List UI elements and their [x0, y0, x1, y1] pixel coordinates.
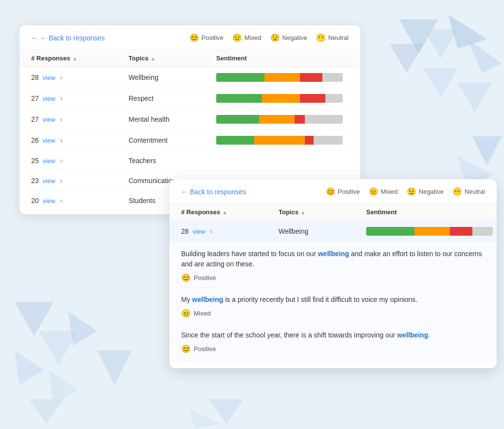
front-back-to-responses-link[interactable]: ← Back to responses: [181, 188, 246, 196]
back-card-header: ← ← Back to responses 😊 Positive 😐 Mixed…: [19, 25, 360, 49]
topics-sort-icon: ▲: [150, 56, 156, 61]
response1-sentiment-emoji: 😊: [181, 273, 191, 282]
positive-bar: [216, 136, 254, 145]
svg-marker-11: [68, 312, 97, 346]
chevron-icon: ∨: [59, 198, 63, 204]
front-view-link[interactable]: view: [193, 228, 205, 235]
back-arrow-icon: ←: [31, 34, 38, 42]
response-count: 20: [31, 197, 39, 205]
negative-bar: [300, 73, 323, 82]
response-item: Building leaders have started to focus o…: [181, 242, 485, 288]
view-link[interactable]: view: [43, 74, 56, 81]
response-item: Since the start of the school year, ther…: [181, 323, 485, 358]
sentiment-header-text: Sentiment: [216, 55, 247, 62]
mixed-bar: [264, 73, 300, 82]
positive-emoji: 😊: [189, 33, 199, 42]
sentiment-label-2: 😐 Mixed: [181, 309, 485, 318]
svg-marker-1: [424, 29, 458, 58]
table-row: 25 view ∨ Teachers: [19, 151, 360, 171]
front-back-arrow-icon: ←: [181, 188, 188, 196]
front-responses-column-header[interactable]: # Responses ▲: [181, 208, 279, 216]
back-link-text: ← Back to responses: [40, 34, 105, 42]
front-positive-bar: [366, 227, 414, 236]
sentiment-cell: [216, 94, 349, 103]
front-expanded-table-row: 28 view ∨ Wellbeing: [169, 221, 497, 242]
front-legend-negative: 😟 Negative: [407, 187, 444, 196]
response-cell: 27 view ∨: [31, 94, 129, 102]
responses-header-text: # Responses: [31, 55, 70, 62]
response-count: 27: [31, 94, 39, 102]
response-cell: 23 view ∨: [31, 177, 129, 185]
front-topics-sort-icon: ▲: [300, 209, 306, 215]
topic-cell: Respect: [129, 94, 216, 102]
svg-marker-12: [15, 351, 44, 385]
response-count: 28: [31, 74, 39, 81]
negative-bar: [295, 115, 305, 124]
svg-marker-10: [39, 331, 78, 365]
back-to-responses-link[interactable]: ← ← Back to responses: [31, 34, 105, 42]
view-link[interactable]: view: [43, 157, 56, 165]
front-sentiment-bar: [366, 227, 493, 236]
front-positive-emoji: 😊: [326, 187, 336, 196]
front-chevron-icon: ∨: [209, 228, 213, 235]
legend-neutral: 😶 Neutral: [316, 33, 349, 42]
front-legend-neutral: 😶 Neutral: [452, 187, 485, 196]
mixed-label: Mixed: [244, 34, 261, 41]
sentiment-bar: [216, 115, 343, 124]
response-cell: 28 view ∨: [31, 74, 129, 81]
topics-column-header[interactable]: Topics ▲: [129, 55, 216, 62]
svg-marker-16: [209, 399, 243, 424]
neutral-bar: [325, 94, 343, 103]
negative-bar: [305, 136, 314, 145]
sentiment-cell: [216, 136, 349, 145]
view-link[interactable]: view: [43, 95, 56, 102]
view-link[interactable]: view: [43, 137, 56, 144]
svg-marker-4: [424, 68, 458, 97]
front-mixed-emoji: 😐: [369, 187, 378, 196]
front-responses-header-text: # Responses: [181, 208, 220, 216]
legend-positive: 😊 Positive: [189, 33, 224, 42]
sentiment-bar: [216, 73, 343, 82]
response3-sentiment-emoji: 😊: [181, 344, 191, 354]
highlight-wellbeing-2: wellbeing: [192, 296, 224, 303]
front-legend-positive: 😊 Positive: [326, 187, 360, 196]
response3-sentiment-text: Positive: [194, 345, 216, 353]
sentiment-label-1: 😊 Positive: [181, 273, 485, 282]
view-link[interactable]: view: [43, 197, 56, 205]
front-negative-label: Negative: [419, 188, 444, 195]
svg-marker-6: [390, 44, 424, 73]
positive-label: Positive: [202, 34, 224, 41]
response2-sentiment-emoji: 😐: [181, 309, 191, 318]
chevron-icon: ∨: [59, 75, 63, 81]
mixed-bar: [259, 115, 295, 124]
front-response-count: 28: [181, 227, 189, 235]
topics-header-text: Topics: [129, 55, 149, 62]
positive-bar: [216, 94, 262, 103]
svg-marker-9: [15, 302, 54, 336]
response-cell: 25 view ∨: [31, 157, 129, 165]
front-negative-emoji: 😟: [407, 187, 416, 196]
positive-bar: [216, 115, 259, 124]
sentiment-column-header: Sentiment: [216, 55, 349, 62]
neutral-label: Neutral: [328, 34, 349, 41]
mixed-bar: [262, 94, 300, 103]
table-row: 26 view ∨ Contentment: [19, 130, 360, 151]
highlight-wellbeing-3: wellbeing: [397, 331, 429, 339]
chevron-icon: ∨: [59, 137, 63, 144]
topic-cell: Contentment: [129, 136, 216, 144]
mixed-bar: [254, 136, 305, 145]
svg-marker-7: [472, 136, 502, 166]
chevron-icon: ∨: [59, 178, 63, 184]
front-responses-sort-icon: ▲: [222, 209, 227, 215]
sentiment-bar: [216, 136, 343, 145]
response2-sentiment-text: Mixed: [194, 310, 211, 317]
front-topics-column-header[interactable]: Topics ▲: [279, 208, 366, 216]
view-link[interactable]: view: [43, 177, 56, 185]
front-table-header: # Responses ▲ Topics ▲ Sentiment: [169, 203, 497, 221]
front-neutral-bar: [472, 227, 493, 236]
table-row: 27 view ∨ Mental health: [19, 109, 360, 130]
view-link[interactable]: view: [43, 116, 56, 123]
responses-column-header[interactable]: # Responses ▲: [31, 55, 129, 62]
topic-cell: Mental health: [129, 115, 216, 123]
neutral-bar: [322, 73, 343, 82]
